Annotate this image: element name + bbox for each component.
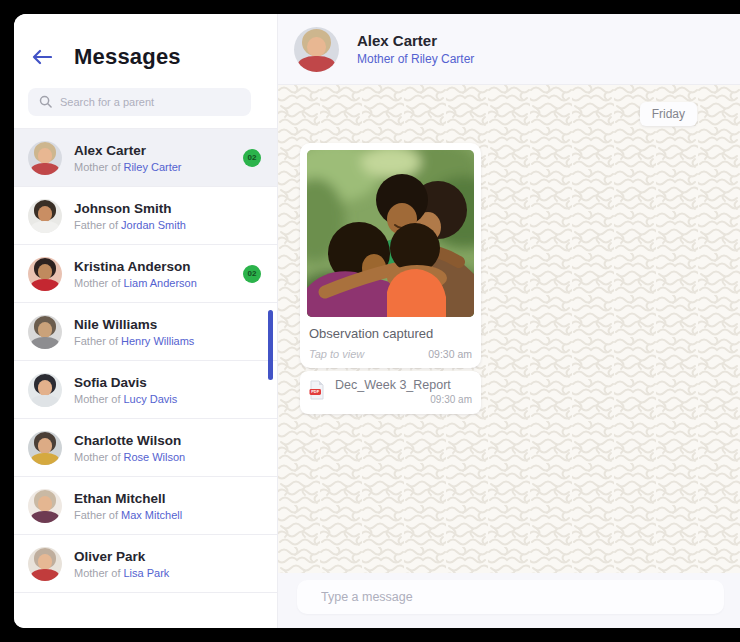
back-button[interactable] (32, 49, 52, 65)
pdf-file-icon: PDF (309, 380, 325, 400)
contact-name: Sofia Davis (74, 375, 177, 390)
chat-message-area: Friday (278, 85, 740, 573)
chat-pane: Alex Carter Mother of Riley Carter (278, 14, 740, 628)
observation-photo (307, 150, 474, 317)
contact-subtitle: Mother ofLisa Park (74, 567, 169, 579)
message-input[interactable] (297, 580, 724, 614)
contact-child-link[interactable]: Henry Williams (121, 335, 194, 347)
contact-child-link[interactable]: Lucy Davis (123, 393, 177, 405)
contact-relation: Mother of (74, 277, 120, 289)
conversations-sidebar: Messages Alex Carter Mo (14, 14, 278, 628)
contact-avatar (28, 199, 62, 233)
sidebar-header: Messages (14, 14, 277, 86)
contact-name: Ethan Mitchell (74, 491, 182, 506)
contact-avatar (28, 315, 62, 349)
contact-child-link[interactable]: Lisa Park (123, 567, 169, 579)
contact-relation: Father of (74, 509, 118, 521)
contact-child-link[interactable]: Jordan Smith (121, 219, 186, 231)
search-box (28, 88, 251, 116)
file-name: Dec_Week 3_Report (335, 378, 472, 392)
contact-child-link[interactable]: Rose Wilson (123, 451, 185, 463)
image-caption: Observation captured (309, 326, 472, 341)
contact-avatar (28, 547, 62, 581)
contact-row[interactable]: Alex Carter Mother ofRiley Carter 02 (14, 129, 277, 187)
contact-avatar (28, 257, 62, 291)
contact-row[interactable]: Nile Williams Father ofHenry Williams (14, 303, 277, 361)
chat-header-avatar (294, 27, 339, 72)
sidebar-scrollbar[interactable] (268, 310, 273, 380)
contact-row[interactable]: Kristina Anderson Mother ofLiam Anderson… (14, 245, 277, 303)
contact-name: Alex Carter (74, 143, 182, 158)
message-time: 09:30 am (428, 348, 472, 360)
contact-row[interactable]: Ethan Mitchell Father ofMax Mitchell (14, 477, 277, 535)
contact-relation: Father of (74, 219, 118, 231)
contact-name: Johnson Smith (74, 201, 186, 216)
chat-contact-subtitle: Mother of Riley Carter (357, 52, 474, 66)
contact-subtitle: Mother ofLiam Anderson (74, 277, 197, 289)
contact-relation: Mother of (74, 161, 120, 173)
unread-badge: 02 (243, 149, 261, 167)
image-message-card[interactable]: Observation captured Tap to view 09:30 a… (300, 143, 481, 368)
unread-badge: 02 (243, 265, 261, 283)
message-time: 09:30 am (430, 394, 472, 405)
contact-list: Alex Carter Mother ofRiley Carter 02 Joh… (14, 128, 277, 628)
contact-relation: Mother of (74, 451, 120, 463)
message-composer (278, 573, 740, 628)
contact-name: Nile Williams (74, 317, 194, 332)
contact-avatar (28, 373, 62, 407)
chat-header: Alex Carter Mother of Riley Carter (278, 14, 740, 85)
contact-subtitle: Mother ofRiley Carter (74, 161, 182, 173)
contact-row[interactable]: Johnson Smith Father ofJordan Smith (14, 187, 277, 245)
contact-row[interactable]: Charlotte Wilson Mother ofRose Wilson (14, 419, 277, 477)
contact-relation: Mother of (74, 393, 120, 405)
svg-text:PDF: PDF (311, 389, 320, 394)
search-icon (39, 95, 52, 108)
contact-subtitle: Mother ofRose Wilson (74, 451, 185, 463)
messaging-app: Messages Alex Carter Mo (14, 14, 740, 628)
contact-child-link[interactable]: Riley Carter (123, 161, 181, 173)
contact-relation: Mother of (74, 567, 120, 579)
chat-contact-name: Alex Carter (357, 32, 474, 49)
date-separator-badge: Friday (640, 102, 697, 126)
contact-name: Kristina Anderson (74, 259, 197, 274)
contact-avatar (28, 489, 62, 523)
file-message-card[interactable]: PDF Dec_Week 3_Report 09:30 am (300, 371, 481, 414)
contact-subtitle: Father ofMax Mitchell (74, 509, 182, 521)
contact-subtitle: Mother ofLucy Davis (74, 393, 177, 405)
contact-subtitle: Father ofHenry Williams (74, 335, 194, 347)
contact-child-link[interactable]: Liam Anderson (123, 277, 196, 289)
contact-name: Charlotte Wilson (74, 433, 185, 448)
search-input[interactable] (28, 88, 251, 116)
contact-relation: Father of (74, 335, 118, 347)
contact-name: Oliver Park (74, 549, 169, 564)
contact-avatar (28, 431, 62, 465)
tap-to-view-hint: Tap to view (309, 348, 364, 360)
contact-subtitle: Father ofJordan Smith (74, 219, 186, 231)
page-title: Messages (74, 44, 181, 70)
contact-row[interactable]: Oliver Park Mother ofLisa Park (14, 535, 277, 593)
contact-child-link[interactable]: Max Mitchell (121, 509, 182, 521)
contact-avatar (28, 141, 62, 175)
arrow-left-icon (32, 49, 52, 65)
contact-row[interactable]: Sofia Davis Mother ofLucy Davis (14, 361, 277, 419)
device-frame: Messages Alex Carter Mo (0, 0, 740, 642)
